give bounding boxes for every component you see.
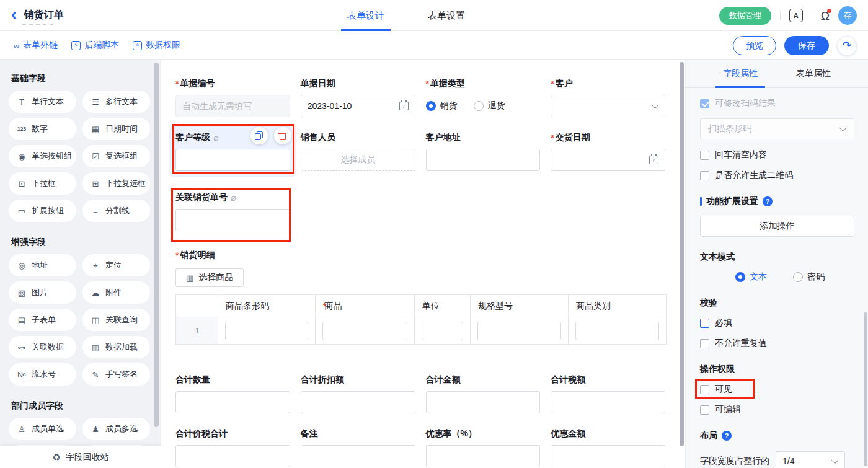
total-with-tax-input[interactable]	[175, 445, 290, 467]
discount-rate-input[interactable]	[426, 445, 541, 467]
checkbox-editable[interactable]	[700, 405, 709, 415]
help-icon[interactable]: ?	[763, 196, 773, 206]
checkbox[interactable]	[700, 339, 709, 348]
back-icon[interactable]: ‹	[11, 6, 17, 22]
category-input[interactable]	[575, 322, 659, 340]
radio-option-text[interactable]: 文本	[735, 272, 767, 283]
help-icon[interactable]: ?	[722, 431, 732, 441]
save-button[interactable]: 保存	[784, 36, 829, 55]
field-remark[interactable]: 备注	[301, 428, 415, 468]
preview-button[interactable]: 预览	[733, 36, 776, 55]
field-type-button[interactable]: ▭扩展按钮	[9, 200, 76, 222]
field-order-date[interactable]: 单据日期 2023-01-10	[301, 78, 415, 117]
field-type-button[interactable]: ⌖定位	[82, 254, 150, 276]
field-type-button[interactable]: ✎手写签名	[82, 363, 150, 386]
product-input[interactable]	[322, 322, 407, 340]
field-related-order-no[interactable]: 关联销货单号⌀	[175, 192, 290, 231]
field-discount-rate[interactable]: 优惠率（%）	[426, 428, 541, 468]
field-type-button[interactable]: ♟成员多选	[82, 418, 150, 440]
field-type-button[interactable]: ≡分割线	[82, 200, 150, 222]
contacts-book-icon[interactable]: A	[789, 9, 803, 22]
customer-select[interactable]	[551, 95, 665, 117]
checkbox-checked-disabled[interactable]	[700, 99, 709, 108]
avatar[interactable]: 存	[838, 6, 857, 25]
sidebar-scrollbar[interactable]	[154, 63, 159, 427]
field-total-amount[interactable]: 合计金额	[426, 374, 541, 413]
field-type-button[interactable]: T单行文本	[9, 91, 76, 113]
order-date-input[interactable]: 2023-01-10	[301, 95, 415, 117]
field-order-no[interactable]: *单据编号	[175, 78, 290, 117]
checkbox[interactable]	[700, 151, 709, 160]
radio-option-sale[interactable]: 销货	[426, 100, 458, 112]
field-type-button[interactable]: ◎地址	[9, 254, 76, 276]
field-salesperson[interactable]: 销售人员 选择成员	[301, 132, 415, 171]
unit-input[interactable]	[422, 322, 463, 340]
field-total-tax[interactable]: 合计税额	[551, 374, 665, 413]
field-total-qty[interactable]: 合计数量	[175, 374, 290, 413]
field-type-button[interactable]: ▦日期时间	[82, 118, 150, 140]
field-delivery-date[interactable]: *交货日期	[551, 132, 665, 171]
barcode-input[interactable]	[225, 322, 308, 340]
field-total-with-tax[interactable]: 合计价税合计	[175, 428, 290, 468]
field-type-button[interactable]: ♙成员单选	[9, 418, 76, 440]
checkbox[interactable]	[700, 171, 709, 180]
copy-field-button[interactable]	[250, 127, 268, 144]
backend-script-link[interactable]: ∿ 后端脚本	[71, 40, 119, 51]
spec-input[interactable]	[477, 322, 561, 340]
select-product-button[interactable]: ▥ 选择商品	[175, 268, 244, 287]
field-recycle-bin[interactable]: ♻ 字段回收站	[0, 446, 161, 468]
share-button[interactable]: ↷	[837, 36, 857, 56]
checkbox-visible[interactable]	[700, 385, 709, 394]
customer-address-input[interactable]	[426, 149, 541, 171]
scan-type-select[interactable]: 扫描条形码	[700, 118, 854, 139]
related-order-no-input[interactable]	[175, 209, 290, 231]
checkbox-required[interactable]	[700, 319, 709, 328]
remark-textarea[interactable]	[301, 445, 415, 468]
field-type-button[interactable]: ⊞下拉复选框	[82, 172, 150, 195]
order-no-input[interactable]	[175, 95, 290, 117]
total-discount-input[interactable]	[301, 391, 415, 413]
field-width-select[interactable]: 1/4	[776, 451, 845, 468]
total-amount-input[interactable]	[426, 391, 541, 413]
tab-field-properties[interactable]: 字段属性	[723, 60, 758, 88]
salesperson-picker[interactable]: 选择成员	[301, 149, 415, 171]
field-type-button[interactable]: ▧图片	[9, 281, 76, 304]
data-permission-link[interactable]: ılı 数据权限	[133, 40, 180, 51]
field-customer-level[interactable]: 客户等级⌀	[175, 132, 290, 171]
field-customer-address[interactable]: 客户地址	[426, 132, 541, 171]
notification-bell-icon[interactable]: Ω	[821, 10, 830, 22]
field-type-button[interactable]: ☁附件	[82, 281, 150, 304]
field-type-button[interactable]: ☑复选框组	[82, 145, 150, 167]
field-discount-amount[interactable]: 优惠金额	[551, 428, 665, 468]
total-qty-input[interactable]	[175, 391, 290, 413]
field-type-button[interactable]: ⊡下拉框	[9, 172, 76, 195]
customer-level-input[interactable]	[175, 149, 290, 171]
discount-amount-input[interactable]	[551, 445, 665, 467]
single-line-text-icon: T	[17, 98, 27, 106]
field-type-button[interactable]: ◉单选按钮组	[9, 145, 76, 167]
field-type-button[interactable]: ◫关联查询	[82, 309, 150, 331]
field-type-button[interactable]: 123数字	[9, 118, 76, 140]
delivery-date-input[interactable]	[551, 149, 665, 171]
field-type-button[interactable]: ▤子表单	[9, 309, 76, 331]
radio-option-password[interactable]: 密码	[793, 272, 825, 283]
field-total-discount[interactable]: 合计折扣额	[301, 374, 415, 413]
delete-field-button[interactable]	[274, 127, 291, 144]
canvas-scrollbar[interactable]	[680, 62, 684, 446]
field-customer[interactable]: *客户	[551, 78, 665, 117]
data-manage-button[interactable]: 数据管理	[719, 7, 771, 25]
field-sales-detail[interactable]: *销货明细 ▥ 选择商品 商品条形码 *商品 单位 规格型号 商品类别 1	[175, 250, 665, 345]
field-type-button[interactable]: ▥数据加载	[82, 336, 150, 358]
form-external-link[interactable]: ∞ 表单外链	[14, 40, 58, 51]
field-order-type[interactable]: *单据类型 销货 退货	[426, 78, 541, 117]
field-type-button[interactable]: ⊶关联数据	[9, 336, 76, 358]
field-type-button[interactable]: ☰多行文本	[82, 91, 150, 113]
tab-form-properties[interactable]: 表单属性	[796, 60, 831, 88]
field-type-button[interactable]: №流水号	[9, 363, 76, 386]
tab-form-settings[interactable]: 表单设置	[428, 0, 465, 31]
panel-scrollbar[interactable]	[864, 312, 867, 466]
tab-form-design[interactable]: 表单设计	[347, 0, 384, 31]
total-tax-input[interactable]	[551, 391, 665, 413]
add-action-button[interactable]: 添加操作	[700, 216, 854, 237]
radio-option-return[interactable]: 退货	[474, 100, 505, 112]
